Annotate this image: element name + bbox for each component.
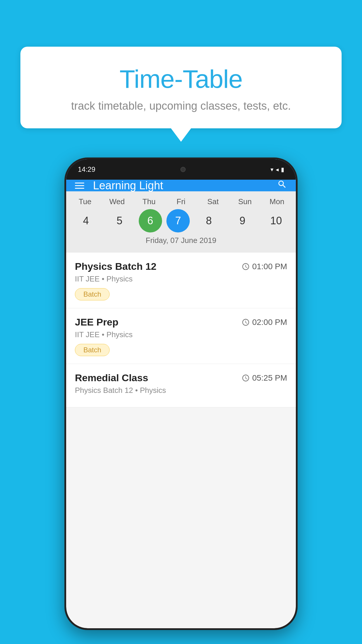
- class-list: Physics Batch 12 01:00 PM IIT JEE • Phys…: [66, 253, 296, 407]
- class-time: 05:25 PM: [242, 373, 287, 383]
- class-item-header: Remedial Class 05:25 PM: [75, 372, 287, 384]
- class-name: Physics Batch 12: [75, 261, 157, 272]
- class-item[interactable]: Remedial Class 05:25 PM Physics Batch 12…: [66, 364, 296, 407]
- wifi-icon: ▾: [270, 166, 273, 173]
- class-meta: IIT JEE • Physics: [75, 330, 287, 339]
- bubble-title: Time-Table: [35, 64, 327, 94]
- notch: [163, 162, 203, 177]
- day-header-wed: Wed: [103, 197, 132, 206]
- status-time: 14:29: [78, 165, 95, 174]
- class-name: JEE Prep: [75, 316, 118, 328]
- class-meta: IIT JEE • Physics: [75, 274, 287, 284]
- search-button[interactable]: [277, 179, 287, 192]
- phone-mockup: 14:29 ▾ ◂ ▮ Learning Light: [64, 158, 298, 630]
- day-headers: Tue Wed Thu Fri Sat Sun Mon: [66, 197, 296, 206]
- calendar-day-10[interactable]: 10: [261, 209, 291, 232]
- day-header-thu: Thu: [134, 197, 164, 206]
- day-header-fri: Fri: [166, 197, 196, 206]
- calendar-day-5[interactable]: 5: [105, 209, 134, 232]
- day-header-sun: Sun: [230, 197, 259, 206]
- day-header-tue: Tue: [71, 197, 100, 206]
- batch-tag: Batch: [75, 344, 110, 356]
- class-time: 01:00 PM: [242, 262, 287, 271]
- calendar-strip: Tue Wed Thu Fri Sat Sun Mon 4 5 6 7 8 9 …: [66, 191, 296, 253]
- class-item-header: Physics Batch 12 01:00 PM: [75, 261, 287, 272]
- class-item-header: JEE Prep 02:00 PM: [75, 316, 287, 328]
- day-numbers: 4 5 6 7 8 9 10: [66, 209, 296, 232]
- speech-bubble: Time-Table track timetable, upcoming cla…: [20, 47, 342, 128]
- app-title: Learning Light: [93, 179, 277, 192]
- class-item[interactable]: Physics Batch 12 01:00 PM IIT JEE • Phys…: [66, 253, 296, 308]
- class-time: 02:00 PM: [242, 318, 287, 327]
- day-header-mon: Mon: [262, 197, 291, 206]
- class-item[interactable]: JEE Prep 02:00 PM IIT JEE • Physics Batc…: [66, 308, 296, 364]
- class-name: Remedial Class: [75, 372, 148, 384]
- class-meta: Physics Batch 12 • Physics: [75, 386, 287, 395]
- front-camera: [180, 167, 186, 172]
- status-icons: ▾ ◂ ▮: [270, 166, 284, 173]
- battery-icon: ▮: [281, 166, 284, 173]
- status-bar: 14:29 ▾ ◂ ▮: [66, 159, 296, 180]
- calendar-day-6[interactable]: 6: [139, 209, 162, 232]
- batch-tag: Batch: [75, 288, 110, 300]
- day-header-sat: Sat: [198, 197, 228, 206]
- signal-icon: ◂: [276, 166, 279, 173]
- calendar-day-9[interactable]: 9: [228, 209, 257, 232]
- selected-date-label: Friday, 07 June 2019: [66, 232, 296, 250]
- phone-screen: 14:29 ▾ ◂ ▮ Learning Light: [66, 159, 296, 628]
- menu-button[interactable]: [75, 183, 84, 189]
- calendar-day-8[interactable]: 8: [194, 209, 223, 232]
- bubble-subtitle: track timetable, upcoming classes, tests…: [35, 100, 327, 112]
- calendar-day-7[interactable]: 7: [166, 209, 190, 232]
- calendar-day-4[interactable]: 4: [71, 209, 101, 232]
